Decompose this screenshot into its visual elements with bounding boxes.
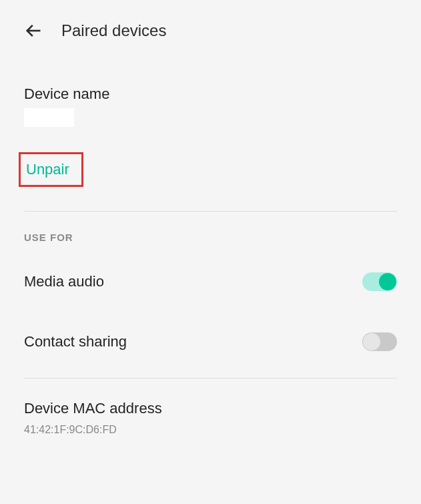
device-name-section: Device name (0, 85, 421, 127)
mac-value: 41:42:1F:9C:D6:FD (24, 424, 397, 436)
unpair-button[interactable]: Unpair (26, 161, 69, 178)
unpair-section: Unpair (0, 152, 421, 211)
mac-section: Device MAC address 41:42:1F:9C:D6:FD (0, 379, 421, 457)
media-audio-label: Media audio (24, 273, 104, 290)
toggle-knob (363, 333, 380, 350)
toggle-knob (379, 273, 396, 290)
media-audio-row: Media audio (0, 258, 421, 306)
unpair-highlight: Unpair (19, 152, 83, 187)
media-audio-toggle[interactable] (362, 272, 397, 291)
header: Paired devices (0, 0, 421, 53)
device-name-value[interactable] (24, 108, 74, 127)
back-icon[interactable] (24, 21, 43, 40)
use-for-header: USE FOR (0, 212, 421, 258)
settings-screen: Paired devices Device name Unpair USE FO… (0, 0, 421, 504)
mac-label: Device MAC address (24, 400, 397, 417)
device-name-label: Device name (24, 85, 397, 103)
contact-sharing-toggle[interactable] (362, 332, 397, 351)
contact-sharing-label: Contact sharing (24, 333, 127, 350)
page-title: Paired devices (61, 21, 166, 40)
contact-sharing-row: Contact sharing (0, 318, 421, 366)
